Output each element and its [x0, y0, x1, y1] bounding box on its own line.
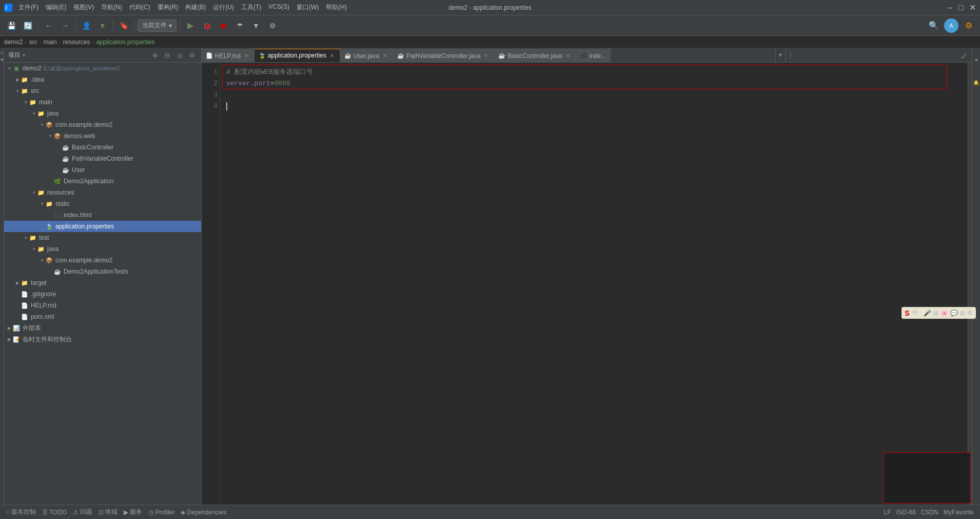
tree-item-java[interactable]: ▾ 📁 java: [4, 108, 201, 119]
current-file-dropdown[interactable]: 当前文件 ▾: [138, 20, 177, 32]
tree-item-idea[interactable]: ▶ 📁 .idea: [4, 74, 201, 85]
tree-item-index-html[interactable]: ⬛ index.html: [4, 209, 201, 221]
tray-mic-icon[interactable]: 🎤: [924, 310, 931, 317]
menu-view[interactable]: 视图(V): [70, 2, 97, 13]
menu-vcs[interactable]: VCS(S): [265, 2, 292, 13]
tree-item-static[interactable]: ▾ 📁 static: [4, 198, 201, 209]
back-button[interactable]: ←: [42, 18, 56, 33]
tree-item-pom-xml[interactable]: 📄 pom.xml: [4, 311, 201, 322]
tray-chat-icon[interactable]: 💬: [950, 310, 958, 317]
tree-item-help-md[interactable]: 📄 HELP.md: [4, 300, 201, 311]
line-col-status[interactable]: LF: [882, 509, 893, 516]
save-all-button[interactable]: 💾: [4, 18, 18, 33]
coverage-button[interactable]: ☂: [232, 18, 247, 33]
build-button[interactable]: ⚙: [265, 18, 280, 33]
tray-icon5[interactable]: 🌸: [940, 310, 948, 317]
breadcrumb-file[interactable]: application.properties: [96, 39, 154, 46]
tray-dot-icon[interactable]: ·: [920, 310, 922, 317]
tab-index[interactable]: ⬛ inde...: [576, 49, 611, 62]
settings-button[interactable]: ⚙: [962, 18, 976, 33]
tray-grid-icon[interactable]: ⊞: [933, 310, 938, 317]
editor-content[interactable]: 1 2 3 4 # 配置内嵌WEB服务器端口号 server.port = 80…: [202, 63, 972, 505]
menu-help[interactable]: 帮助(H): [323, 2, 350, 13]
tab-help-md-close[interactable]: ✕: [243, 52, 250, 60]
tree-item-test[interactable]: ▾ 📁 test: [4, 232, 201, 243]
menu-file[interactable]: 文件(F): [15, 2, 42, 13]
menu-edit[interactable]: 编辑(E): [43, 2, 69, 13]
tree-item-scratch[interactable]: ▶ 📝 临时文件和控制台: [4, 334, 201, 345]
problems-status[interactable]: ⚠ 问题: [71, 505, 94, 519]
tree-item-app-props[interactable]: 🍃 application.properties: [4, 221, 201, 232]
tree-item-demo2[interactable]: ▾ ▣ demo2 E:\桌面\springboot_pro\demo2: [4, 63, 201, 74]
stop-button[interactable]: ⏹: [216, 18, 230, 33]
tree-item-demos-web[interactable]: ▾ 📦 demos.web: [4, 130, 201, 142]
tree-item-target[interactable]: ▶ 📁 target: [4, 277, 201, 289]
profiler-status[interactable]: ◷ Profiler: [146, 505, 177, 519]
sync-button[interactable]: 🔄: [21, 18, 35, 33]
tray-settings-icon[interactable]: ⚙: [967, 310, 973, 317]
breadcrumb-main[interactable]: main: [44, 39, 57, 46]
myfavorite-status[interactable]: MyFavorite: [942, 509, 976, 516]
tab-user-close[interactable]: ✕: [381, 52, 388, 60]
menu-refactor[interactable]: 重构(R): [154, 2, 182, 13]
tree-item-test-com[interactable]: ▾ 📦 com.example.demo2: [4, 255, 201, 266]
tab-basic-ctrl[interactable]: ☕ BasicController.java ✕: [494, 49, 576, 62]
search-everywhere-button[interactable]: 🔍: [927, 18, 941, 33]
panel-settings-button[interactable]: ⚙: [187, 50, 197, 61]
tray-sogou-icon[interactable]: S: [905, 309, 909, 317]
tray-lang-icon[interactable]: 中: [912, 309, 918, 317]
locate-file-button[interactable]: ◎: [174, 50, 185, 61]
tray-icon7[interactable]: ⊞: [960, 310, 965, 317]
menu-code[interactable]: 代码(C): [126, 2, 153, 13]
breadcrumb-src[interactable]: src: [29, 39, 37, 46]
tree-item-com-example[interactable]: ▾ 📦 com.example.demo2: [4, 119, 201, 130]
tab-help-md[interactable]: 📄 HELP.md ✕: [202, 49, 254, 62]
tree-item-gitignore[interactable]: 📄 .gitignore: [4, 289, 201, 300]
tree-item-test-java[interactable]: ▾ 📁 java: [4, 243, 201, 255]
tree-item-resources[interactable]: ▾ 📁 resources: [4, 187, 201, 198]
menu-build[interactable]: 构建(B): [182, 2, 209, 13]
menu-window[interactable]: 窗口(W): [293, 2, 322, 13]
code-editor[interactable]: # 配置内嵌WEB服务器端口号 server.port = 8080: [220, 63, 968, 505]
tree-item-basic-ctrl[interactable]: ☕ BasicController: [4, 142, 201, 153]
csdn-status[interactable]: CSDN: [919, 509, 940, 516]
maximize-button[interactable]: □: [957, 4, 965, 11]
tab-dropdown-button[interactable]: ▾: [775, 48, 786, 62]
tree-item-path-ctrl[interactable]: ☕ PathVariableController: [4, 153, 201, 164]
encoding-status[interactable]: ISO-88: [894, 509, 918, 516]
editor-scrollbar[interactable]: [968, 63, 972, 505]
terminal-status[interactable]: ⊡ 终端: [96, 505, 120, 519]
services-status[interactable]: ▶ 服务: [122, 505, 144, 519]
right-panel-icon-2[interactable]: 🔔: [973, 72, 980, 92]
account-button[interactable]: A: [944, 18, 958, 33]
tab-app-props-close[interactable]: ✕: [328, 52, 336, 59]
tab-basic-close[interactable]: ✕: [564, 52, 572, 60]
collapse-all-button[interactable]: ⊟: [162, 50, 172, 61]
profile-button[interactable]: 👤: [79, 18, 93, 33]
vcs-button[interactable]: ▼: [95, 18, 110, 33]
more-run-button[interactable]: ▼: [249, 18, 263, 33]
menu-tools[interactable]: 工具(T): [238, 2, 264, 13]
tree-item-ext-libs[interactable]: ▶ 📊 外部库: [4, 322, 201, 334]
forward-button[interactable]: →: [58, 18, 72, 33]
tree-item-user[interactable]: ☕ User: [4, 164, 201, 176]
breadcrumb-root[interactable]: demo2: [4, 39, 23, 46]
tab-options-button[interactable]: ⋮: [786, 48, 796, 62]
tab-app-props[interactable]: 🍃 application.properties ✕: [254, 49, 340, 62]
breadcrumb-resources[interactable]: resources: [63, 39, 90, 46]
dependencies-status[interactable]: ◈ Dependencies: [179, 505, 228, 519]
tree-item-demo2app[interactable]: 🌿 Demo2Application: [4, 176, 201, 187]
debug-button[interactable]: 🐞: [200, 18, 214, 33]
menu-run[interactable]: 运行(U): [210, 2, 237, 13]
tab-pathvar-close[interactable]: ✕: [482, 52, 489, 60]
todo-status[interactable]: ☰ TODO: [40, 505, 69, 519]
tab-pathvar[interactable]: ☕ PathVariableController.java ✕: [393, 49, 495, 62]
menu-nav[interactable]: 导航(N): [98, 2, 125, 13]
run-button[interactable]: ▶: [183, 18, 198, 33]
tree-item-demo2-tests[interactable]: ☕ Demo2ApplicationTests: [4, 266, 201, 277]
vcs-status[interactable]: ⑂ 版本控制: [4, 505, 38, 519]
tab-user-java[interactable]: ☕ User.java ✕: [340, 49, 393, 62]
tree-item-src[interactable]: ▾ 📁 src: [4, 85, 201, 97]
right-panel-icon-1[interactable]: ⚑: [973, 50, 980, 71]
add-file-button[interactable]: ⊕: [150, 50, 160, 61]
